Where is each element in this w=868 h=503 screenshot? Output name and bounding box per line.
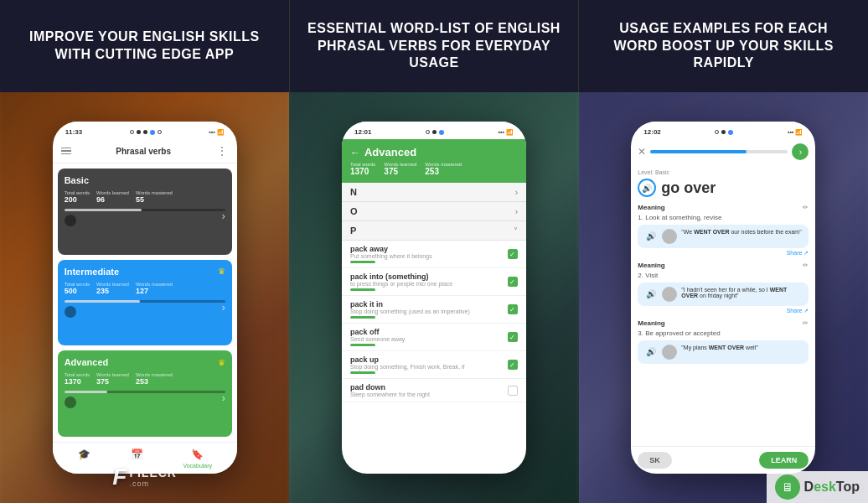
share-link-1[interactable]: Share ↗ [787,250,809,256]
int-chevron[interactable]: › [222,302,225,314]
speaker-icon[interactable]: 🔊 [638,179,656,197]
meaning-2-edit-icon[interactable]: ✏ [803,262,809,269]
word-pack-away-checkbox[interactable]: ✓ [508,249,518,259]
word-pack-it-in[interactable]: pack it in Stop doing something (used as… [342,296,526,324]
phone2-header: ← Advanced Total words 1370 Words learne… [342,139,526,183]
learn-button[interactable]: LEARN [759,452,809,469]
word-pack-into[interactable]: pack into (something) to press things or… [342,268,526,296]
word-pad-down-checkbox[interactable] [508,386,518,396]
word-pack-off[interactable]: pack off Send someone away ✓ [342,324,526,351]
main-word-row: 🔊 go over [638,179,809,197]
basic-learned-group: Words learned 96 [96,190,129,204]
dot2-1 [426,130,430,134]
letter-n: N [350,187,357,197]
phone-2-time: 12:01 [354,128,371,136]
letter-p: P [350,226,356,236]
phone3-header: ✕ › [631,139,815,164]
basic-toggle[interactable] [65,215,76,226]
dot-2 [137,130,141,134]
int-total-group: Total words 500 [65,282,90,295]
meaning-1-label: Meaning [638,204,664,211]
vocabulary-icon: 🔖 [191,448,204,461]
example-text-2: "I hadn't seen her for a while, so I WEN… [681,287,802,298]
close-icon[interactable]: ✕ [638,146,646,158]
share-link-2[interactable]: Share ↗ [787,308,809,314]
meaning-2-header: Meaning ✏ [638,262,809,269]
phone2-stats-row: Total words 1370 Words learned 375 Words… [350,162,518,176]
dot2-2 [432,130,437,134]
filecr-f-letter: F [112,464,127,490]
deskshare-text: DeskTop [804,480,860,495]
adv-toggle[interactable] [65,397,76,408]
hamburger-line-2 [61,150,71,152]
meaning-2-example: 🔊 "I hadn't seen her for a while, so I W… [638,283,809,306]
hamburger-icon[interactable] [61,148,71,155]
word-pack-off-checkbox[interactable]: ✓ [508,332,518,342]
int-learned-group: Words learned 235 [96,282,129,295]
int-toggle[interactable] [65,306,76,318]
phone2-learned-stat: Words learned 375 [384,162,416,176]
next-circle-button[interactable]: › [792,143,809,160]
word-pad-down[interactable]: pad down Sleep somewhere for the night [342,379,526,402]
meaning-1-edit-icon[interactable]: ✏ [803,204,809,211]
nav-item-vocabulary[interactable]: 🔖 Vocabulary [183,448,212,469]
word-pad-down-name: pad down [350,383,508,392]
dot3-1 [715,130,719,134]
word-pack-it-in-name: pack it in [350,300,508,309]
phone-2-content: ← Advanced Total words 1370 Words learne… [342,139,526,474]
adv-chevron[interactable]: › [222,392,225,404]
skip-button[interactable]: SK [638,452,672,469]
word-pack-up-checkbox[interactable]: ✓ [508,360,518,370]
advanced-crown-icon: ♛ [218,358,225,367]
back-row: ← Advanced [350,146,518,158]
phone-1-dots [130,130,162,135]
back-arrow-icon[interactable]: ← [350,147,360,158]
basic-learned-value: 96 [96,195,129,204]
speaker-small-icon-2[interactable]: 🔊 [644,287,658,300]
user-avatar-2 [662,287,677,302]
nav-vocabulary-label: Vocabulary [183,463,212,469]
panel-1: 11:33 ▪▪▪ 📶 [0,92,289,503]
phone-2-status-bar: 12:01 ▪▪▪ 📶 [342,122,526,139]
letter-p-header[interactable]: P ˅ [342,221,526,241]
n-expand-icon: › [515,188,518,197]
intermediate-card[interactable]: Intermediate ♛ Total words 500 Words lea… [58,260,232,346]
basic-chevron[interactable]: › [222,210,225,222]
basic-card[interactable]: Basic Total words 200 Words learned 96 [58,169,232,255]
phone2-mastered-num: 253 [425,167,462,176]
basic-progress-fill [65,209,142,211]
word-pack-up[interactable]: pack up Stop doing something, Finish wor… [342,351,526,379]
header-text-3: USAGE EXAMPLES FOR EACH WORD BOOST UP YO… [596,20,851,72]
letter-o-header[interactable]: O › [342,202,526,221]
phone-2-mockup: 12:01 ▪▪▪ 📶 ← Advanced [342,122,526,474]
phone2-mastered-stat: Words mastered 253 [425,162,462,176]
word-pack-into-checkbox[interactable]: ✓ [508,277,518,287]
meaning-1-text: 1. Look at something, revise [638,214,809,221]
dot-3 [143,130,147,134]
phone-1-signal: ▪▪▪ 📶 [209,129,224,136]
filecr-domain: .com [129,480,177,488]
word-pack-it-in-info: pack it in Stop doing something (used as… [350,300,508,319]
dots-menu-icon[interactable]: ⋮ [216,144,229,158]
word-pack-away-info: pack away Put something where it belongs [350,245,508,263]
meaning-3-text: 3. Be approved or accepted [638,329,809,337]
nav-item-home[interactable]: 🎓 [77,448,90,469]
word-pack-up-info: pack up Stop doing something, Finish wor… [350,355,508,374]
progress-bar-blue [650,150,788,153]
meaning-3-section: Meaning ✏ 3. Be approved or accepted 🔊 "… [638,319,809,364]
letter-n-header[interactable]: N › [342,183,526,202]
phone2-total-num: 1370 [350,167,375,176]
share-row-2: Share ↗ [638,308,809,314]
hamburger-line-1 [61,148,71,149]
speaker-small-icon-1[interactable]: 🔊 [644,229,658,242]
header-section-3: USAGE EXAMPLES FOR EACH WORD BOOST UP YO… [579,0,868,92]
speaker-small-icon-3[interactable]: 🔊 [644,345,658,358]
share-row-1: Share ↗ [638,250,809,257]
advanced-card[interactable]: Advanced ♛ Total words 1370 Words learne… [58,350,232,437]
phone-3-time: 12:02 [643,128,660,136]
word-pack-away[interactable]: pack away Put something where it belongs… [342,241,526,268]
app-title: Phrasal verbs [116,147,171,156]
meaning-3-edit-icon[interactable]: ✏ [803,319,809,327]
word-pack-it-in-checkbox[interactable]: ✓ [508,304,518,314]
advanced-level-name: Advanced [65,357,109,367]
